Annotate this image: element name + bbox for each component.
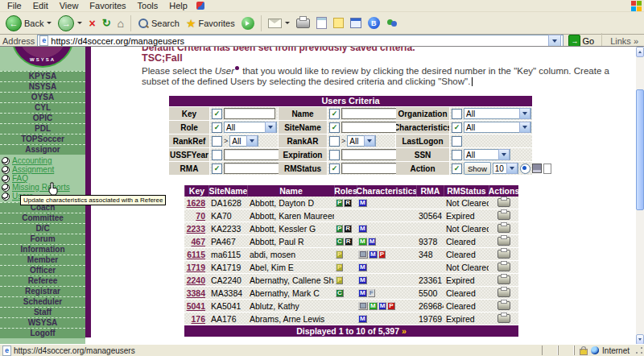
rmstatus-input[interactable]	[341, 163, 399, 174]
vertical-scrollbar[interactable]	[636, 47, 644, 345]
characteristics-select-arrow-icon[interactable]	[519, 122, 530, 133]
lastlogon-checkbox[interactable]	[452, 136, 462, 147]
name-input[interactable]	[341, 108, 398, 119]
print-row-icon[interactable]	[497, 301, 510, 310]
print-row-icon[interactable]	[497, 250, 510, 259]
sidebar-item-opic[interactable]: OPIC	[0, 113, 85, 123]
back-dropdown-icon[interactable]	[47, 22, 52, 24]
sidebar-link-accounting[interactable]: Accounting	[12, 156, 52, 165]
address-dropdown-icon[interactable]	[548, 35, 561, 47]
print-row-icon[interactable]	[497, 211, 510, 220]
sidebar-item-logoff[interactable]: Logoff	[0, 328, 85, 338]
scroll-up-icon[interactable]	[636, 47, 644, 57]
column-header-sitename[interactable]: SiteName	[208, 185, 247, 197]
sidebar-link-missing-reports[interactable]: Missing Reports	[12, 183, 70, 192]
sidebar-item-member[interactable]: Member	[0, 255, 85, 265]
forward-button[interactable]: →	[56, 14, 85, 32]
key-link[interactable]: 70	[196, 211, 205, 221]
organization-select-arrow-icon[interactable]	[519, 108, 530, 119]
sidebar-item-pdl[interactable]: PDL	[0, 123, 85, 134]
organization-checkbox[interactable]	[452, 109, 462, 119]
print-row-icon[interactable]	[497, 288, 510, 297]
print-row-icon[interactable]	[497, 314, 510, 323]
rmstatus-checkbox[interactable]: ✓	[329, 164, 340, 174]
key-input[interactable]	[224, 108, 275, 119]
sidebar-item-registrar[interactable]: Registrar	[0, 286, 85, 296]
rankref-select[interactable]: All	[229, 135, 258, 147]
key-link[interactable]: 6115	[187, 250, 205, 259]
rma-input[interactable]	[224, 163, 282, 174]
print-row-icon[interactable]	[497, 224, 510, 233]
characteristics-checkbox[interactable]: ✓	[452, 122, 462, 133]
column-header-actions[interactable]: Actions	[489, 185, 518, 197]
name-checkbox[interactable]: ✓	[329, 109, 340, 119]
column-header-characteristics[interactable]: Characteristics	[357, 185, 416, 197]
print-row-icon[interactable]	[497, 263, 510, 271]
role-select[interactable]: All	[224, 122, 277, 133]
menu-addon-icon[interactable]	[196, 2, 204, 10]
search-button[interactable]: Search	[135, 17, 182, 30]
sidebar-item-referee[interactable]: Referee	[0, 275, 85, 286]
action-checkbox[interactable]: ✓	[452, 164, 462, 174]
address-input[interactable]: e https://d4soccer.org/manageusers	[37, 35, 564, 47]
scrollbar-thumb[interactable]	[636, 89, 644, 210]
organization-select[interactable]: All	[464, 108, 531, 119]
bluetooth-button[interactable]: B	[365, 16, 382, 30]
sidebar-item-staff[interactable]: Staff	[0, 307, 85, 317]
sidebar-link-faq[interactable]: FAQ	[12, 174, 28, 183]
display-radio[interactable]	[520, 164, 530, 174]
key-link[interactable]: 1628	[187, 198, 205, 208]
favorites-button[interactable]: ★ Favorites	[184, 16, 237, 31]
key-link[interactable]: 3384	[187, 288, 205, 298]
resize-grip[interactable]	[634, 346, 644, 355]
column-header-roles[interactable]: Roles	[334, 185, 357, 197]
sitename-checkbox[interactable]: ✓	[329, 122, 340, 133]
window-tool-button[interactable]	[348, 17, 364, 29]
key-link[interactable]: 467	[191, 237, 205, 246]
rankref-select-arrow-icon[interactable]	[246, 135, 258, 147]
home-button[interactable]: ⌂	[115, 16, 126, 31]
key-link[interactable]: 2233	[187, 224, 205, 234]
mail-dropdown-icon[interactable]	[285, 22, 290, 24]
back-button[interactable]: ← Back	[3, 14, 54, 32]
key-link[interactable]: 5041	[187, 301, 205, 311]
notes-button[interactable]	[331, 17, 346, 29]
rankar-checkbox[interactable]	[329, 136, 340, 147]
key-link[interactable]: 176	[191, 314, 205, 324]
characteristics-select[interactable]: All	[464, 122, 531, 133]
expiration-checkbox[interactable]	[329, 150, 340, 160]
sitename-input[interactable]	[341, 122, 398, 133]
ssn-select-arrow-icon[interactable]	[498, 149, 510, 160]
edit-button[interactable]	[314, 16, 329, 30]
sidebar-item-topsoccer[interactable]: TOPSoccer	[0, 134, 85, 144]
print-row-icon[interactable]	[497, 275, 510, 284]
report-icon[interactable]	[543, 164, 551, 174]
forward-dropdown-icon[interactable]	[77, 22, 82, 24]
key-checkbox[interactable]: ✓	[212, 109, 222, 119]
go-button[interactable]: → Go	[566, 35, 597, 47]
print-button[interactable]	[294, 18, 312, 29]
refresh-button[interactable]: ↻	[100, 16, 114, 30]
sidebar-item-kpysa[interactable]: KPYSA	[0, 71, 85, 81]
menu-file[interactable]: File	[2, 1, 27, 10]
rankref-checkbox[interactable]	[212, 136, 222, 147]
stop-button[interactable]: ×	[86, 17, 97, 30]
rankar-select-arrow-icon[interactable]	[364, 135, 375, 147]
sidebar-item-assignor[interactable]: Assignor	[0, 144, 85, 155]
links-overflow-icon[interactable]: »	[634, 36, 638, 46]
menu-view[interactable]: View	[54, 1, 85, 10]
help-icon[interactable]	[235, 66, 239, 70]
page-size-select[interactable]: 10	[493, 163, 518, 174]
sidebar-item-wsysa[interactable]: WSYSA	[0, 317, 85, 328]
rankar-select[interactable]: All	[347, 135, 376, 147]
sidebar-item-information[interactable]: Information	[0, 244, 85, 255]
column-header-rmstatus[interactable]: RMStatus	[444, 185, 489, 197]
sidebar-item-committee[interactable]: Committee	[0, 213, 85, 223]
links-button[interactable]: Links »	[607, 36, 642, 46]
column-header-name[interactable]: Name	[247, 185, 334, 197]
menu-tools[interactable]: Tools	[132, 1, 164, 10]
ssn-select[interactable]: All	[464, 149, 510, 160]
sidebar-item-d-c[interactable]: D/C	[0, 223, 85, 234]
menu-edit[interactable]: Edit	[27, 1, 54, 10]
media-button[interactable]	[239, 16, 257, 31]
